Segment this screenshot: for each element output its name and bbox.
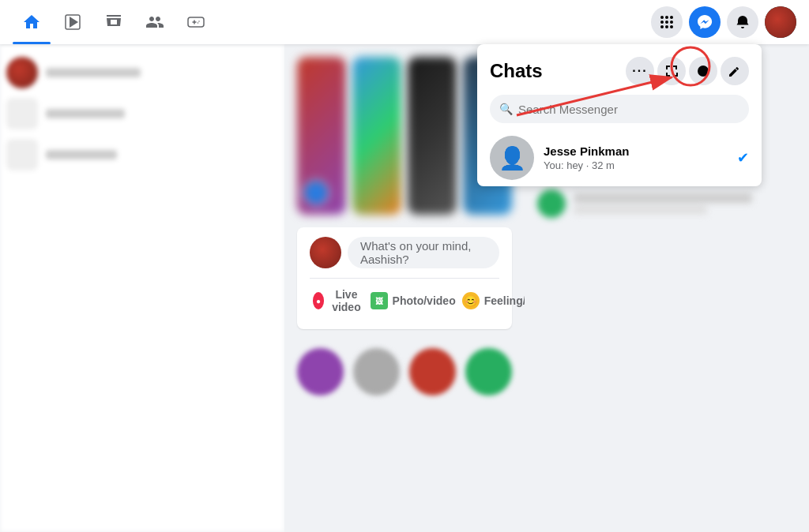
svg-point-7 xyxy=(670,21,673,24)
svg-point-8 xyxy=(660,25,664,28)
search-messenger-input[interactable] xyxy=(490,95,749,123)
more-options-button[interactable]: ··· xyxy=(626,57,654,85)
svg-point-3 xyxy=(665,16,668,19)
svg-point-5 xyxy=(660,21,664,24)
nav-groups-button[interactable] xyxy=(136,3,174,41)
photo-video-label: Photo/video xyxy=(393,294,456,307)
feeling-activity-button[interactable]: 😊 Feeling/Activity xyxy=(459,282,525,320)
post-placeholder: What's on your mind, Aashish? xyxy=(360,239,487,266)
svg-point-4 xyxy=(670,16,673,19)
live-video-icon: ● xyxy=(313,292,324,309)
nav-gaming-button[interactable] xyxy=(177,3,215,41)
svg-rect-12 xyxy=(700,70,706,72)
nav-marketplace-button[interactable] xyxy=(95,3,133,41)
story-circle-3[interactable] xyxy=(409,348,456,395)
story-circle-4[interactable] xyxy=(465,348,512,395)
chats-header-icons: ··· xyxy=(626,57,749,85)
chats-title: Chats xyxy=(490,60,543,82)
expand-button[interactable] xyxy=(657,57,686,85)
nav-notifications-button[interactable] xyxy=(727,6,758,38)
create-post-actions: ● Live video 🖼 Photo/video 😊 Feeling/Act… xyxy=(310,278,499,320)
nav-home-button[interactable] xyxy=(13,3,51,41)
chat-read-icon: ✔ xyxy=(737,149,749,167)
top-navigation xyxy=(0,0,809,44)
chat-preview-jesse: You: hey · 32 m xyxy=(544,159,728,171)
search-icon: 🔍 xyxy=(499,103,513,115)
chats-panel-header: Chats ··· xyxy=(477,44,762,92)
photo-video-button[interactable]: 🖼 Photo/video xyxy=(367,282,459,320)
svg-point-10 xyxy=(670,25,673,28)
photo-video-icon: 🖼 xyxy=(371,292,388,309)
sidebar-name-bar-4 xyxy=(574,193,752,203)
svg-point-9 xyxy=(665,25,668,28)
compose-button[interactable] xyxy=(721,57,749,85)
sidebar-person-4 xyxy=(531,183,803,224)
chat-avatar-jesse: 👤 xyxy=(490,136,534,180)
user-avatar[interactable] xyxy=(765,6,796,38)
svg-point-6 xyxy=(665,21,668,24)
story-circle-1[interactable] xyxy=(297,348,344,395)
user-avatar-post xyxy=(310,237,341,268)
story-circles-row xyxy=(297,342,512,402)
person-icon: 👤 xyxy=(499,145,526,171)
create-post-box: What's on your mind, Aashish? ● Live vid… xyxy=(297,227,512,329)
create-post-top: What's on your mind, Aashish? xyxy=(310,237,499,268)
chat-name-jesse: Jesse Pinkman xyxy=(544,144,728,158)
nav-right-icons xyxy=(651,6,796,38)
story-card-1[interactable]: + xyxy=(297,57,346,215)
left-sidebar xyxy=(0,44,284,532)
sidebar-sub-bar-4 xyxy=(574,206,707,214)
chat-item-jesse-pinkman[interactable]: 👤 Jesse Pinkman You: hey · 32 m ✔ xyxy=(477,129,762,186)
story-card-2[interactable] xyxy=(352,57,401,215)
sidebar-avatar-4 xyxy=(537,189,566,218)
live-video-label: Live video xyxy=(329,288,363,313)
new-room-button[interactable] xyxy=(689,57,717,85)
nav-left-icons xyxy=(13,3,215,41)
svg-point-2 xyxy=(660,16,664,19)
feeling-icon: 😊 xyxy=(462,292,480,309)
post-input[interactable]: What's on your mind, Aashish? xyxy=(348,237,499,268)
chat-info-jesse: Jesse Pinkman You: hey · 32 m xyxy=(544,144,728,171)
sidebar-info-4 xyxy=(574,193,796,214)
chats-panel: Chats ··· 🔍 xyxy=(477,44,762,186)
feeling-label: Feeling/Activity xyxy=(484,294,525,307)
nav-watch-button[interactable] xyxy=(54,3,92,41)
story-circle-2[interactable] xyxy=(353,348,400,395)
live-video-button[interactable]: ● Live video xyxy=(310,282,367,320)
search-container: 🔍 xyxy=(477,92,762,129)
story-card-3[interactable] xyxy=(408,57,457,215)
nav-menu-button[interactable] xyxy=(651,6,683,38)
search-wrapper: 🔍 xyxy=(490,95,749,123)
nav-messenger-button[interactable] xyxy=(689,6,721,38)
